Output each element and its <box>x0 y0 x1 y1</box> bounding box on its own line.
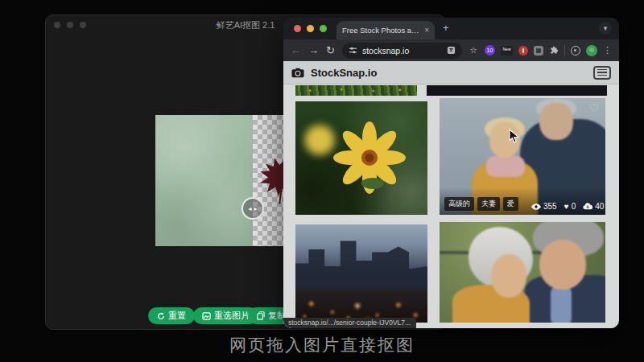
new-badge-label: New <box>501 46 513 52</box>
browser-window: Free Stock Photos and Image × + ▾ ← → ↻ … <box>283 18 619 328</box>
photo-senior-couple[interactable]: ♡ 高级的 夫妻 爱 355 ♥ <box>440 98 605 215</box>
back-button[interactable]: ← <box>291 45 301 56</box>
screen: 鲜艺AI抠图 2.1 ◂ ▸ 重置 <box>0 0 644 362</box>
photo-tag[interactable]: 高级的 <box>444 197 474 211</box>
eye-icon <box>531 204 541 210</box>
url-text: stocksnap.io <box>362 46 442 56</box>
site-header: StockSnap.io <box>283 61 619 84</box>
toolbar-divider <box>564 45 565 56</box>
camera-logo-icon <box>291 68 304 78</box>
browser-menu-kebab-icon[interactable]: ⋮ <box>603 45 612 56</box>
slider-right-arrow-icon: ▸ <box>254 205 258 212</box>
toolbar-extra-icon[interactable] <box>571 46 580 56</box>
downloads-stat: 40 <box>583 202 604 211</box>
copy-icon <box>257 311 265 320</box>
photo-yellow-dahlia[interactable] <box>295 101 427 215</box>
zoom-browser-button[interactable] <box>320 25 327 32</box>
tab-title: Free Stock Photos and Image <box>342 26 420 35</box>
hug-figures <box>440 222 605 323</box>
extension-icons: 10 New ⋮ <box>485 45 612 56</box>
photo-stats: 355 ♥ 0 40 <box>531 202 604 211</box>
badge-extension-icon[interactable]: 10 <box>485 45 495 56</box>
views-count: 355 <box>543 202 557 211</box>
extensions-puzzle-icon[interactable] <box>549 46 559 56</box>
browser-toolbar: ← → ↻ stocksnap.io ☆ 10 <box>283 39 619 61</box>
reset-label: 重置 <box>168 310 186 322</box>
active-tab[interactable]: Free Stock Photos and Image × <box>336 21 435 39</box>
refresh-icon <box>157 312 165 320</box>
photo-partial-dark[interactable] <box>427 85 607 96</box>
close-tab-icon[interactable]: × <box>424 27 429 35</box>
compare-slider-handle[interactable]: ◂ ▸ <box>242 197 264 220</box>
translate-icon[interactable] <box>447 46 456 55</box>
new-tab-button[interactable]: + <box>443 22 449 34</box>
original-image-side <box>155 115 253 246</box>
photo-senior-couple-hug[interactable] <box>440 222 605 323</box>
profile-avatar[interactable] <box>586 45 597 56</box>
gray-extension-icon[interactable] <box>534 46 543 56</box>
photo-city-street[interactable] <box>295 224 427 323</box>
views-stat: 355 <box>531 202 557 211</box>
photo-overlay: 高级的 夫妻 爱 355 ♥ 0 <box>440 187 605 215</box>
tab-strip: Free Stock Photos and Image × + ▾ <box>283 18 619 39</box>
hamburger-menu-icon[interactable] <box>593 66 611 80</box>
likes-stat: ♥ 0 <box>564 202 576 211</box>
downloads-count: 40 <box>595 202 604 211</box>
close-browser-button[interactable] <box>294 25 301 32</box>
image-icon <box>202 312 211 320</box>
red-extension-icon[interactable] <box>518 46 528 56</box>
before-after-preview: ◂ ▸ <box>155 115 292 246</box>
forward-button[interactable]: → <box>308 45 319 56</box>
reload-button[interactable]: ↻ <box>326 45 335 56</box>
reselect-label: 重选图片 <box>214 310 250 322</box>
slider-left-arrow-icon: ◂ <box>248 205 251 212</box>
cloud-download-icon <box>583 203 592 210</box>
video-caption: 网页拖入图片直接抠图 <box>0 334 644 356</box>
favorite-heart-icon[interactable]: ♡ <box>588 102 599 113</box>
tab-search-chevron-icon[interactable]: ▾ <box>599 22 612 35</box>
photo-tag[interactable]: 爱 <box>503 197 518 211</box>
photo-partial-grass[interactable] <box>295 85 417 96</box>
tune-icon <box>349 46 357 55</box>
stocksnap-page: StockSnap.io <box>283 61 619 328</box>
photo-tag[interactable]: 夫妻 <box>477 197 500 211</box>
new-badge-extension-icon[interactable]: New <box>501 46 513 56</box>
bookmark-star-icon[interactable]: ☆ <box>469 45 477 56</box>
mouse-cursor <box>509 129 519 143</box>
minimize-browser-button[interactable] <box>307 25 314 32</box>
reset-button[interactable]: 重置 <box>148 307 195 324</box>
browser-window-controls <box>294 25 327 32</box>
street-lights-bokeh <box>295 281 427 323</box>
site-logo-text[interactable]: StockSnap.io <box>311 67 377 79</box>
address-bar[interactable]: stocksnap.io <box>342 43 462 59</box>
likes-count: 0 <box>572 202 576 211</box>
heart-icon: ♥ <box>564 202 569 211</box>
status-bar-url: stocksnap.io/.../senior-couple-IJV0VL7..… <box>283 318 416 328</box>
dahlia-flower <box>332 121 407 195</box>
